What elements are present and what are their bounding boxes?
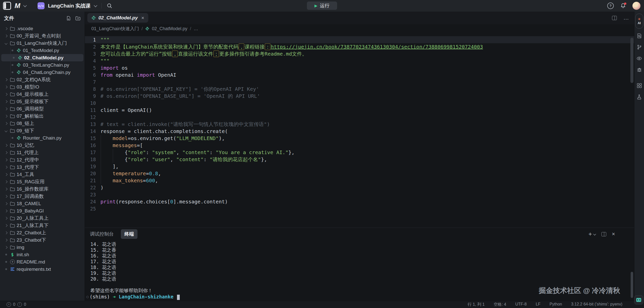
tree-file-Rounter_Chain.py[interactable]: Rounter_Chain.py [0,134,85,142]
code-line-12[interactable]: 12 [85,114,634,121]
tab-close-icon[interactable]: × [141,15,144,21]
status-item[interactable]: 3.12.2 64-bit ('shims': pyenv) [571,302,622,307]
chevron-down-icon[interactable] [23,4,27,7]
code-line-20[interactable]: 20 temperature=0.8, [85,170,634,177]
assistant-widget-icon[interactable] [634,295,643,304]
code-review-icon[interactable] [636,56,642,61]
tree-folder-img[interactable]: img [0,244,85,251]
code-line-17[interactable]: 17 {"role": "system", "content": "You ar… [85,149,634,156]
tree-folder-00_开篇词_奇点时刻[interactable]: 00_开篇词_奇点时刻 [0,32,85,39]
code-line-18[interactable]: 18 {"role": "user", "content": "请给我的花店起个… [85,156,634,163]
code-line-22[interactable]: 22) [85,184,634,191]
tree-folder-21_人脉工具下[interactable]: 21_人脉工具下 [0,222,85,229]
tree-file-04_ChatLongChain.py[interactable]: 04_ChatLongChain.py [0,69,85,76]
status-item[interactable]: Python [550,302,562,307]
tree-folder-18_CAMEL[interactable]: 18_CAMEL [0,200,85,207]
tree-folder-19_BabyAGI[interactable]: 19_BabyAGI [0,207,85,214]
terminal-scrollbar[interactable] [631,272,633,298]
app-logo[interactable]: M [15,2,20,10]
tree-file-01_TextModel.py[interactable]: 01_TextModel.py [0,47,85,54]
problems-indicator[interactable]: × 0 ! 0 [7,302,26,307]
code-line-13[interactable]: 13# text = client.invoke("请给我写一句情人节红玫瑰的中… [85,121,634,128]
tree-folder-.vscode[interactable]: .vscode [0,25,85,32]
file-search-icon[interactable] [637,33,642,38]
tree-file-README.md[interactable]: ?README.md [0,258,85,266]
code-line-19[interactable]: 19 ], [85,163,634,170]
code-line-16[interactable]: 16 messages=[ [85,142,634,149]
tree-file-03_TextLangChain.py[interactable]: 03_TextLangChain.py [0,61,85,69]
code-line-6[interactable]: 6from openai import OpenAI [85,71,634,78]
breadcrumb-file[interactable]: 02_ChatModel.py [152,26,187,31]
tree-folder-04_提示模板上[interactable]: 04_提示模板上 [0,91,85,98]
code-line-25[interactable]: 25 [85,205,634,212]
sidebar-toggle-icon[interactable] [3,2,11,10]
help-icon[interactable]: ? [607,3,614,9]
breadcrumb[interactable]: 01_LangChain快速入门/ 02_ChatModel.py/… [85,24,634,33]
code-line-10[interactable]: 10 [85,100,634,107]
status-item[interactable]: UTF-8 [515,302,527,307]
status-item[interactable]: 行 1, 列 1 [468,302,485,307]
tree-folder-07_解析输出[interactable]: 07_解析输出 [0,112,85,120]
more-actions-icon[interactable]: … [623,15,629,21]
panel-tab-终端[interactable]: 终端 [121,229,137,239]
status-item[interactable]: LF [536,302,541,307]
avatar[interactable] [632,2,640,10]
tree-folder-23_Chatbot下[interactable]: 23_Chatbot下 [0,236,85,244]
tree-folder-13_代理下[interactable]: 13_代理下 [0,163,85,171]
tab-02-chatmodel-py[interactable]: 02_ChatModel.py × [87,13,148,23]
tree-file-init.sh[interactable]: $init.sh [0,251,85,258]
tree-folder-01_LangChain快速入门[interactable]: 01_LangChain快速入门 [0,39,85,47]
tree-file-requirements.txt[interactable]: requirements.txt [0,266,85,273]
split-panel-icon[interactable] [601,232,606,236]
code-line-1[interactable]: 1""" [85,36,634,43]
code-line-4[interactable]: 4""" [85,57,634,64]
tree-folder-02_文档QA系统[interactable]: 02_文档QA系统 [0,76,85,83]
breadcrumb-folder[interactable]: 01_LangChain快速入门 [91,26,139,32]
project-name[interactable]: LangChain 实战课 [48,3,91,9]
test-flask-icon[interactable] [637,94,642,100]
tree-folder-08_链上[interactable]: 08_链上 [0,120,85,127]
tree-folder-03_模型IO[interactable]: 03_模型IO [0,83,85,91]
bell-icon[interactable] [620,3,626,9]
code-line-11[interactable]: 11client = OpenAI() [85,107,634,114]
new-terminal-icon[interactable]: + [588,231,596,237]
code-editor[interactable]: 1"""2本文件是【LangChain系统安装和快速入门】章节的配套代码，课程链… [85,33,634,228]
tree-folder-11_代理上[interactable]: 11_代理上 [0,149,85,156]
tree-folder-12_代理中[interactable]: 12_代理中 [0,156,85,163]
tree-folder-17_回调函数[interactable]: 17_回调函数 [0,193,85,200]
tree-folder-05_提示模板下[interactable]: 05_提示模板下 [0,98,85,105]
panel-tab-调试控制台[interactable]: 调试控制台 [90,231,114,237]
code-line-23[interactable]: 23 [85,191,634,198]
debug-icon[interactable] [637,67,642,72]
code-line-8[interactable]: 8# os.environ["OPENAI_API_KEY"] = '你的Ope… [85,85,634,93]
tree-folder-14_工具[interactable]: 14_工具 [0,171,85,178]
code-line-21[interactable]: 21 max_tokens=600, [85,177,634,184]
tree-file-02_ChatModel.py[interactable]: 02_ChatModel.py [1,54,83,61]
tree-folder-09_链下[interactable]: 09_链下 [0,127,85,134]
source-control-icon[interactable] [637,45,642,50]
split-editor-icon[interactable] [612,16,617,20]
code-line-24[interactable]: 24print(response.choices[0].message.cont… [85,198,634,205]
chevron-down-icon[interactable] [94,4,97,7]
new-file-icon[interactable] [66,16,71,21]
tree-folder-15_RAG应用[interactable]: 15_RAG应用 [0,178,85,185]
code-line-7[interactable]: 7 [85,78,634,85]
editor-scrollbar[interactable] [630,38,633,83]
code-line-2[interactable]: 2本文件是【LangChain系统安装和快速入门】章节的配套代码，课程链接：ht… [85,43,634,50]
code-line-15[interactable]: 15 model=os.environ.get("LLM_MODELEND"), [85,135,634,142]
status-item[interactable]: 空格: 4 [494,302,506,307]
tree-folder-16_操作数据库[interactable]: 16_操作数据库 [0,185,85,193]
tree-folder-22_Chatbot上[interactable]: 22_Chatbot上 [0,229,85,236]
run-button[interactable]: ▶ 运行 [307,2,337,10]
search-icon[interactable] [107,3,112,9]
code-line-9[interactable]: 9# os.environ["OPENAI_BASE_URL"] = 'Open… [85,93,634,100]
tree-folder-10_记忆[interactable]: 10_记忆 [0,142,85,149]
extensions-icon[interactable] [637,83,642,88]
close-panel-icon[interactable]: × [612,231,615,237]
ai-assistant-icon[interactable]: ✳ AI [635,14,643,29]
code-line-5[interactable]: 5import os [85,64,634,71]
tree-folder-06_调用模型[interactable]: 06_调用模型 [0,105,85,112]
tree-folder-20_人脉工具上[interactable]: 20_人脉工具上 [0,214,85,222]
code-line-14[interactable]: 14response = client.chat.completions.cre… [85,128,634,135]
code-line-3[interactable]: 3您可以点击最上方的“运行”按钮，直接运行该文件；更多操作指引请参考Readme… [85,50,634,57]
